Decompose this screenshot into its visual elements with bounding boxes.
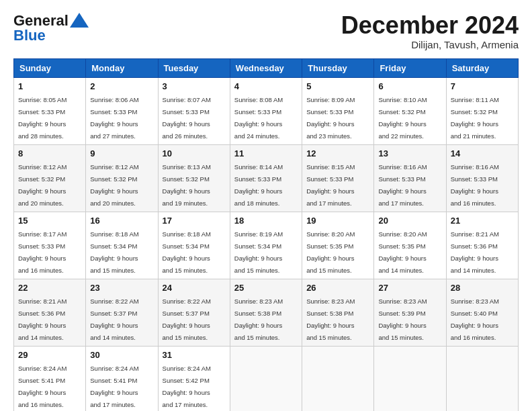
day-detail: Sunrise: 8:20 AMSunset: 5:35 PMDaylight:… (306, 230, 355, 274)
table-row (230, 346, 302, 411)
header-friday: Friday (374, 58, 446, 77)
calendar-week-row: 29 Sunrise: 8:24 AMSunset: 5:41 PMDaylig… (14, 346, 519, 411)
day-detail: Sunrise: 8:15 AMSunset: 5:33 PMDaylight:… (306, 163, 355, 207)
day-detail: Sunrise: 8:23 AMSunset: 5:40 PMDaylight:… (451, 298, 499, 341)
day-number: 8 (18, 148, 81, 158)
table-row: 7 Sunrise: 8:11 AMSunset: 5:32 PMDayligh… (446, 77, 518, 144)
page: General Blue December 2024 Dilijan, Tavu… (0, 0, 532, 411)
table-row: 8 Sunrise: 8:12 AMSunset: 5:32 PMDayligh… (14, 144, 86, 212)
day-detail: Sunrise: 8:09 AMSunset: 5:33 PMDaylight:… (306, 96, 355, 140)
table-row: 26 Sunrise: 8:23 AMSunset: 5:38 PMDaylig… (302, 279, 374, 346)
calendar-week-row: 1 Sunrise: 8:05 AMSunset: 5:33 PMDayligh… (14, 77, 519, 144)
day-detail: Sunrise: 8:17 AMSunset: 5:33 PMDaylight:… (18, 230, 66, 274)
header-sunday: Sunday (14, 58, 86, 77)
table-row (374, 346, 446, 411)
day-number: 20 (378, 216, 441, 226)
day-detail: Sunrise: 8:13 AMSunset: 5:32 PMDaylight:… (163, 163, 211, 207)
day-detail: Sunrise: 8:24 AMSunset: 5:42 PMDaylight:… (163, 365, 211, 408)
logo-blue: Blue (13, 27, 46, 44)
calendar-table: Sunday Monday Tuesday Wednesday Thursday… (13, 58, 519, 411)
table-row: 18 Sunrise: 8:19 AMSunset: 5:34 PMDaylig… (230, 212, 302, 279)
day-number: 3 (163, 81, 226, 91)
table-row: 14 Sunrise: 8:16 AMSunset: 5:33 PMDaylig… (446, 144, 518, 212)
month-title: December 2024 (341, 12, 519, 39)
day-number: 25 (234, 283, 298, 293)
day-detail: Sunrise: 8:22 AMSunset: 5:37 PMDaylight:… (90, 298, 138, 341)
day-detail: Sunrise: 8:23 AMSunset: 5:38 PMDaylight:… (234, 298, 283, 341)
day-detail: Sunrise: 8:16 AMSunset: 5:33 PMDaylight:… (378, 163, 427, 207)
table-row: 19 Sunrise: 8:20 AMSunset: 5:35 PMDaylig… (302, 212, 374, 279)
day-number: 9 (90, 148, 153, 158)
table-row (302, 346, 374, 411)
table-row: 24 Sunrise: 8:22 AMSunset: 5:37 PMDaylig… (158, 279, 230, 346)
header-wednesday: Wednesday (230, 58, 302, 77)
day-number: 16 (90, 216, 153, 226)
day-detail: Sunrise: 8:12 AMSunset: 5:32 PMDaylight:… (18, 163, 66, 207)
table-row: 10 Sunrise: 8:13 AMSunset: 5:32 PMDaylig… (158, 144, 230, 212)
header-saturday: Saturday (446, 58, 518, 77)
header-monday: Monday (86, 58, 158, 77)
calendar-week-row: 15 Sunrise: 8:17 AMSunset: 5:33 PMDaylig… (14, 212, 519, 279)
day-number: 29 (18, 350, 81, 360)
calendar-week-row: 8 Sunrise: 8:12 AMSunset: 5:32 PMDayligh… (14, 144, 519, 212)
day-detail: Sunrise: 8:14 AMSunset: 5:33 PMDaylight:… (234, 163, 283, 207)
day-detail: Sunrise: 8:06 AMSunset: 5:33 PMDaylight:… (90, 96, 138, 140)
day-number: 22 (18, 283, 81, 293)
table-row: 1 Sunrise: 8:05 AMSunset: 5:33 PMDayligh… (14, 77, 86, 144)
location: Dilijan, Tavush, Armenia (341, 39, 519, 50)
day-detail: Sunrise: 8:05 AMSunset: 5:33 PMDaylight:… (18, 96, 66, 140)
header-thursday: Thursday (302, 58, 374, 77)
day-detail: Sunrise: 8:16 AMSunset: 5:33 PMDaylight:… (451, 163, 499, 207)
day-detail: Sunrise: 8:23 AMSunset: 5:39 PMDaylight:… (378, 298, 427, 341)
day-number: 19 (306, 216, 369, 226)
day-number: 13 (378, 148, 441, 158)
day-number: 18 (234, 216, 298, 226)
table-row: 12 Sunrise: 8:15 AMSunset: 5:33 PMDaylig… (302, 144, 374, 212)
logo-icon (70, 13, 89, 28)
day-number: 1 (18, 81, 81, 91)
day-detail: Sunrise: 8:07 AMSunset: 5:33 PMDaylight:… (163, 96, 211, 140)
table-row: 28 Sunrise: 8:23 AMSunset: 5:40 PMDaylig… (446, 279, 518, 346)
title-block: December 2024 Dilijan, Tavush, Armenia (341, 12, 519, 50)
day-number: 31 (163, 350, 226, 360)
table-row: 22 Sunrise: 8:21 AMSunset: 5:36 PMDaylig… (14, 279, 86, 346)
day-detail: Sunrise: 8:08 AMSunset: 5:33 PMDaylight:… (234, 96, 283, 140)
day-detail: Sunrise: 8:20 AMSunset: 5:35 PMDaylight:… (378, 230, 427, 274)
table-row: 4 Sunrise: 8:08 AMSunset: 5:33 PMDayligh… (230, 77, 302, 144)
day-number: 12 (306, 148, 369, 158)
day-number: 5 (306, 81, 369, 91)
day-number: 7 (451, 81, 514, 91)
day-number: 11 (234, 148, 298, 158)
day-number: 26 (306, 283, 369, 293)
day-number: 6 (378, 81, 441, 91)
calendar-week-row: 22 Sunrise: 8:21 AMSunset: 5:36 PMDaylig… (14, 279, 519, 346)
day-number: 24 (163, 283, 226, 293)
day-detail: Sunrise: 8:21 AMSunset: 5:36 PMDaylight:… (18, 298, 66, 341)
day-number: 27 (378, 283, 441, 293)
day-detail: Sunrise: 8:11 AMSunset: 5:32 PMDaylight:… (451, 96, 499, 140)
day-number: 14 (451, 148, 514, 158)
table-row: 31 Sunrise: 8:24 AMSunset: 5:42 PMDaylig… (158, 346, 230, 411)
table-row: 6 Sunrise: 8:10 AMSunset: 5:32 PMDayligh… (374, 77, 446, 144)
day-detail: Sunrise: 8:23 AMSunset: 5:38 PMDaylight:… (306, 298, 355, 341)
table-row: 20 Sunrise: 8:20 AMSunset: 5:35 PMDaylig… (374, 212, 446, 279)
table-row: 13 Sunrise: 8:16 AMSunset: 5:33 PMDaylig… (374, 144, 446, 212)
table-row: 30 Sunrise: 8:24 AMSunset: 5:41 PMDaylig… (86, 346, 158, 411)
table-row: 25 Sunrise: 8:23 AMSunset: 5:38 PMDaylig… (230, 279, 302, 346)
table-row: 29 Sunrise: 8:24 AMSunset: 5:41 PMDaylig… (14, 346, 86, 411)
day-number: 10 (163, 148, 226, 158)
day-number: 21 (451, 216, 514, 226)
table-row: 27 Sunrise: 8:23 AMSunset: 5:39 PMDaylig… (374, 279, 446, 346)
day-number: 4 (234, 81, 298, 91)
day-detail: Sunrise: 8:24 AMSunset: 5:41 PMDaylight:… (18, 365, 66, 408)
day-detail: Sunrise: 8:10 AMSunset: 5:32 PMDaylight:… (378, 96, 427, 140)
table-row: 9 Sunrise: 8:12 AMSunset: 5:32 PMDayligh… (86, 144, 158, 212)
logo: General Blue (13, 12, 89, 44)
day-number: 23 (90, 283, 153, 293)
table-row: 5 Sunrise: 8:09 AMSunset: 5:33 PMDayligh… (302, 77, 374, 144)
svg-marker-0 (70, 13, 89, 28)
table-row: 21 Sunrise: 8:21 AMSunset: 5:36 PMDaylig… (446, 212, 518, 279)
day-number: 17 (163, 216, 226, 226)
day-detail: Sunrise: 8:18 AMSunset: 5:34 PMDaylight:… (163, 230, 211, 274)
day-detail: Sunrise: 8:12 AMSunset: 5:32 PMDaylight:… (90, 163, 138, 207)
